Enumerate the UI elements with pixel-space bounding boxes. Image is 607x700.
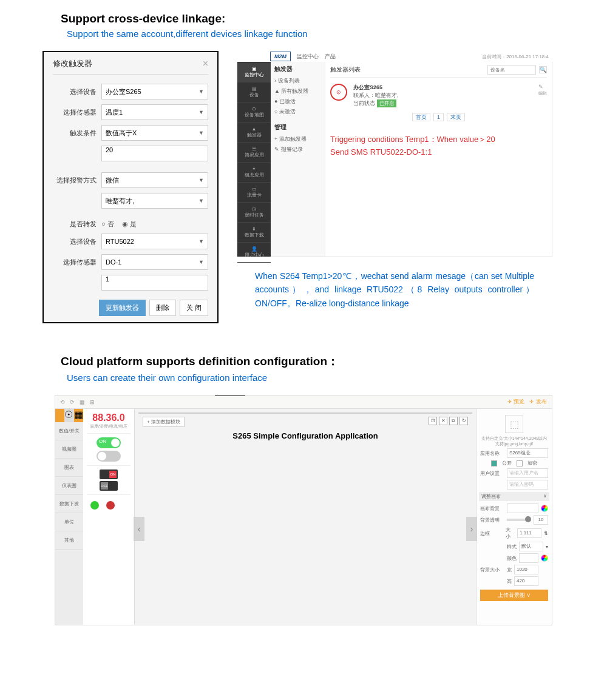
nav-monitor[interactable]: 监控中心 xyxy=(297,53,319,61)
sidebar-item-map[interactable]: ⊙设备地图 xyxy=(237,103,271,123)
update-trigger-button[interactable]: 更新触发器 xyxy=(99,300,146,316)
submenu-title-manage: 管理 xyxy=(274,123,321,132)
toolbar-icon[interactable]: ⟳ xyxy=(70,399,75,405)
submenu-inactive[interactable]: ○ 未激活 xyxy=(274,107,321,117)
search-input[interactable] xyxy=(487,65,536,75)
trigger-condition-dropdown[interactable]: 数值高于X▼ xyxy=(101,125,208,141)
tab-gauge[interactable]: 仪表图 xyxy=(55,477,83,495)
sidebar-item-trigger[interactable]: ▲触发器 xyxy=(237,123,271,143)
pager-page[interactable]: 1 xyxy=(433,113,444,121)
upload-bg-button[interactable]: 上传背景图 ∨ xyxy=(480,590,548,601)
canvas-next-arrow[interactable]: › xyxy=(466,517,477,541)
canvas-settings-icon[interactable]: ⊡ xyxy=(429,417,437,425)
publish-button[interactable]: ✈ 发布 xyxy=(529,398,547,406)
forward-label: 是否转发 xyxy=(53,220,101,229)
width-input[interactable]: 1020 xyxy=(514,565,538,574)
search-icon[interactable]: 🔍 xyxy=(539,66,547,73)
color-picker-icon[interactable] xyxy=(541,554,548,562)
app-name-input[interactable]: S265组态 xyxy=(507,448,548,458)
section2-title: Cloud platform supports definition confi… xyxy=(61,354,607,369)
delete-button[interactable]: 删除 xyxy=(149,300,176,316)
trigger-card[interactable]: ⊙ 办公室S265 联系人：唯楚有才, 当前状态 已开启 ✎编辑 xyxy=(330,84,547,107)
tab-data-send[interactable]: 数据下发 xyxy=(55,495,83,513)
edit-icon[interactable]: ✎编辑 xyxy=(538,84,547,96)
tab-other[interactable]: 其他 xyxy=(55,531,83,550)
public-checkbox[interactable] xyxy=(491,460,497,466)
tab-video[interactable]: 视频图 xyxy=(55,440,83,459)
canvas-prev-arrow[interactable]: ‹ xyxy=(134,517,144,541)
dialog-title: 修改触发器 xyxy=(53,58,92,69)
fwd-sensor-label: 选择传感器 xyxy=(53,258,101,267)
border-size-input[interactable]: 1.111 xyxy=(517,528,541,538)
height-input[interactable]: 420 xyxy=(514,576,538,586)
close-icon[interactable]: × xyxy=(203,58,208,69)
toolbox-toggle-on[interactable]: ON xyxy=(97,437,121,448)
forward-yes-radio[interactable]: ◉ 是 xyxy=(122,220,137,227)
password-input[interactable]: 请输入密码 xyxy=(507,480,548,490)
sidebar-item-monitor[interactable]: ▣监控中心 xyxy=(237,62,271,82)
fwd-sensor-dropdown[interactable]: DO-1▼ xyxy=(101,254,208,270)
username-input[interactable]: 请输入用户名 xyxy=(507,468,548,478)
app-icon-placeholder[interactable]: ⬚ xyxy=(505,415,523,433)
add-module-button[interactable]: + 添加数据模块 xyxy=(143,417,185,427)
toolbar-icon[interactable]: ⟲ xyxy=(60,399,65,405)
config-toolbar: ⟲ ⟳ ▦ ⊞ ✈ 预览 ✈ 发布 xyxy=(55,395,552,409)
sidebar-item-download[interactable]: ⬇数据下载 xyxy=(237,223,271,243)
chevron-down-icon: ▼ xyxy=(198,177,204,183)
config-canvas[interactable]: + 添加数据模块 ⊡ ✕ ⧉ ↻ S265 Simple Configurati… xyxy=(138,412,472,414)
pager-first[interactable]: 首页 xyxy=(412,113,430,121)
toolbox-switch-on[interactable]: ON xyxy=(100,469,118,479)
sidebar-item-device[interactable]: ▤设备 xyxy=(237,82,271,103)
status-badge: 已开启 xyxy=(377,99,396,107)
submenu-add-trigger[interactable]: + 添加触发器 xyxy=(274,134,321,144)
submenu-device-list[interactable]: › 设备列表 xyxy=(274,76,321,86)
opacity-slider[interactable] xyxy=(507,519,531,521)
close-button[interactable]: 关 闭 xyxy=(180,300,208,316)
fwd-device-dropdown[interactable]: RTU5022▼ xyxy=(101,234,208,249)
chevron-down-icon: ▼ xyxy=(198,259,204,265)
submenu-all-triggers[interactable]: ▲ 所有触发器 xyxy=(274,86,321,96)
trigger-condition-text: Triggering conditions Temp1：When value＞2… xyxy=(330,133,547,159)
opacity-value[interactable]: 10 xyxy=(534,515,548,525)
canvas-delete-icon[interactable]: ✕ xyxy=(439,417,447,425)
sidebar-item-config[interactable]: ✦组态应用 xyxy=(237,163,271,183)
tab-value-switch[interactable]: 数值/开关 xyxy=(55,422,83,440)
tab-chart[interactable]: 图表 xyxy=(55,459,83,477)
sidebar-item-timer[interactable]: ◷定时任务 xyxy=(237,203,271,223)
toolbox-light-red[interactable] xyxy=(106,501,115,510)
submenu-activated[interactable]: ● 已激活 xyxy=(274,96,321,107)
toolbox-switch-off[interactable]: OFF xyxy=(100,481,118,491)
toolbar-icon[interactable]: ▦ xyxy=(80,399,85,405)
encrypt-checkbox[interactable] xyxy=(517,460,523,466)
toolbox-light-green[interactable] xyxy=(90,501,99,510)
nav-product[interactable]: 产品 xyxy=(325,53,336,61)
alarm-method-dropdown[interactable]: 微信▼ xyxy=(101,172,208,188)
fwd-value-input[interactable]: 1 xyxy=(101,275,208,291)
bg-color-input[interactable] xyxy=(507,503,538,513)
trigger-condition-label: 触发条件 xyxy=(53,129,101,138)
canvas-copy-icon[interactable]: ⧉ xyxy=(449,417,458,425)
toolbar-icon[interactable]: ⊞ xyxy=(90,399,95,405)
sidebar-item-user[interactable]: 👤用户中心 xyxy=(237,243,271,263)
upload-hint: 支持自定义/大小144*144,2048以内支持jpg,png,bmp,gif xyxy=(480,436,548,446)
forward-no-radio[interactable]: ○ 否 xyxy=(101,220,114,227)
preview-button[interactable]: ✈ 预览 xyxy=(507,398,525,406)
color-picker-icon[interactable] xyxy=(541,505,548,512)
submenu-alarm-log[interactable]: ✎ 报警记录 xyxy=(274,144,321,155)
sidebar-item-sim[interactable]: ▭流量卡 xyxy=(237,183,271,203)
select-device-dropdown[interactable]: 办公室S265▼ xyxy=(101,84,208,99)
alarm-target-dropdown[interactable]: 唯楚有才,▼ xyxy=(101,193,208,209)
tab-unit[interactable]: 单位 xyxy=(55,513,83,531)
collapse-icon[interactable]: ∨ xyxy=(543,493,547,500)
sidebar-item-simple[interactable]: ☰简易应用 xyxy=(237,143,271,163)
pager-last[interactable]: 末页 xyxy=(447,113,465,121)
canvas-refresh-icon[interactable]: ↻ xyxy=(459,417,468,425)
border-color-input[interactable] xyxy=(519,553,538,563)
location-pin-icon: ⊙ xyxy=(330,84,347,101)
threshold-input[interactable]: 20 xyxy=(101,146,208,161)
toolbox-temp-display[interactable]: 88.36.0 xyxy=(87,412,131,423)
border-label: 边框 xyxy=(480,530,503,537)
select-sensor-dropdown[interactable]: 温度1▼ xyxy=(101,104,208,120)
toolbox-toggle-off[interactable] xyxy=(97,451,121,462)
border-style-select[interactable]: 默认 xyxy=(519,542,543,551)
